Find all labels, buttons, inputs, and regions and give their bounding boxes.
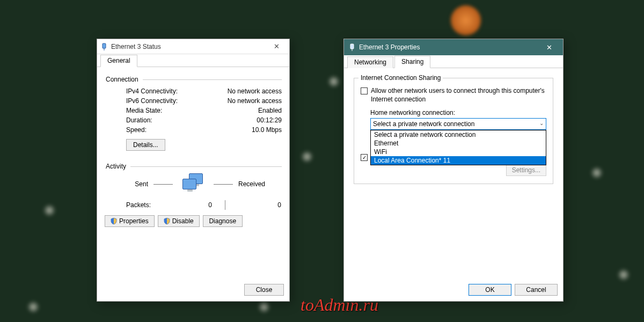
- allow-control-checkbox[interactable]: [361, 154, 368, 161]
- speed-value: 10.0 Mbps: [217, 126, 282, 134]
- titlebar[interactable]: Ethernet 3 Status ✕: [97, 39, 289, 54]
- allow-sharing-label: Allow other network users to connect thr…: [371, 87, 546, 104]
- bg-accent: [451, 5, 481, 35]
- ipv4-value: No network access: [217, 87, 282, 95]
- ipv6-value: No network access: [217, 97, 282, 105]
- packets-sent-value: 0: [169, 201, 212, 209]
- combobox-option[interactable]: Select a private network connection: [371, 130, 546, 139]
- received-label: Received: [238, 180, 281, 188]
- tab-general[interactable]: General: [100, 55, 137, 67]
- window-title: Ethernet 3 Status: [111, 43, 267, 50]
- tab-sharing[interactable]: Sharing: [394, 56, 430, 68]
- svg-rect-0: [103, 43, 106, 48]
- close-button[interactable]: Close: [244, 284, 284, 296]
- svg-rect-2: [350, 44, 354, 49]
- bg-fleck: [258, 301, 270, 313]
- shield-icon: [164, 218, 170, 224]
- bg-fleck: [617, 268, 630, 281]
- home-connection-label: Home networking connection:: [370, 109, 546, 116]
- combobox-option[interactable]: Local Area Connection* 11: [371, 156, 546, 165]
- bg-fleck: [27, 301, 40, 313]
- speed-label: Speed:: [126, 126, 217, 134]
- divider: [130, 166, 282, 167]
- disable-button-label: Disable: [172, 217, 194, 225]
- packets-recv-value: 0: [238, 201, 281, 209]
- combobox-dropdown: Select a private network connection Ethe…: [370, 130, 546, 165]
- group-connection: Connection IPv4 Connectivity:No network …: [105, 76, 282, 151]
- bg-fleck: [327, 75, 340, 88]
- tab-strip: Networking Sharing: [344, 55, 563, 68]
- close-icon[interactable]: ✕: [267, 39, 286, 54]
- bg-fleck: [590, 166, 603, 179]
- titlebar[interactable]: Ethernet 3 Properties ✕: [344, 39, 563, 55]
- ethernet-status-window: Ethernet 3 Status ✕ General Connection I…: [97, 39, 290, 302]
- shield-icon: [111, 218, 117, 224]
- duration-label: Duration:: [126, 116, 217, 124]
- ipv6-label: IPv6 Connectivity:: [126, 97, 217, 105]
- details-button[interactable]: Details...: [126, 139, 165, 151]
- combobox-option[interactable]: WiFi: [371, 148, 546, 156]
- ok-button[interactable]: OK: [469, 284, 511, 296]
- group-ics: Internet Connection Sharing Allow other …: [354, 78, 553, 184]
- diagnose-button[interactable]: Diagnose: [203, 215, 243, 227]
- group-activity: Activity Sent Received Packets: 0 0: [105, 163, 282, 227]
- divider: [143, 79, 282, 80]
- group-label-connection: Connection: [105, 76, 140, 83]
- combobox-option[interactable]: Ethernet: [371, 139, 546, 148]
- duration-value: 00:12:29: [217, 116, 282, 124]
- activity-monitors-icon: [178, 173, 208, 195]
- group-label-activity: Activity: [105, 163, 127, 170]
- bg-fleck: [301, 150, 313, 163]
- settings-button[interactable]: Settings...: [506, 164, 546, 176]
- ipv4-label: IPv4 Connectivity:: [126, 87, 217, 95]
- bg-fleck: [43, 204, 56, 217]
- properties-button-label: Properties: [119, 217, 149, 225]
- home-connection-combobox[interactable]: Select a private network connection ⌄ Se…: [370, 118, 546, 130]
- chevron-down-icon: ⌄: [539, 120, 544, 126]
- sent-label: Sent: [105, 180, 148, 188]
- media-state-value: Enabled: [217, 107, 282, 114]
- disable-button[interactable]: Disable: [158, 215, 200, 227]
- adapter-icon: [348, 43, 356, 51]
- divider: [153, 184, 173, 185]
- ethernet-properties-window: Ethernet 3 Properties ✕ Networking Shari…: [343, 39, 564, 302]
- combobox-selected: Select a private network connection: [373, 120, 474, 128]
- packets-label: Packets:: [126, 201, 169, 209]
- window-title: Ethernet 3 Properties: [359, 43, 539, 51]
- close-icon[interactable]: ✕: [539, 39, 559, 55]
- adapter-icon: [100, 43, 108, 50]
- media-state-label: Media State:: [126, 107, 217, 114]
- properties-button[interactable]: Properties: [105, 215, 155, 227]
- divider: [225, 200, 225, 210]
- allow-sharing-checkbox[interactable]: [361, 87, 368, 94]
- group-label-ics: Internet Connection Sharing: [358, 74, 443, 82]
- divider: [214, 184, 233, 185]
- tab-networking[interactable]: Networking: [347, 56, 393, 68]
- cancel-button[interactable]: Cancel: [515, 284, 558, 296]
- tab-strip: General: [97, 54, 289, 67]
